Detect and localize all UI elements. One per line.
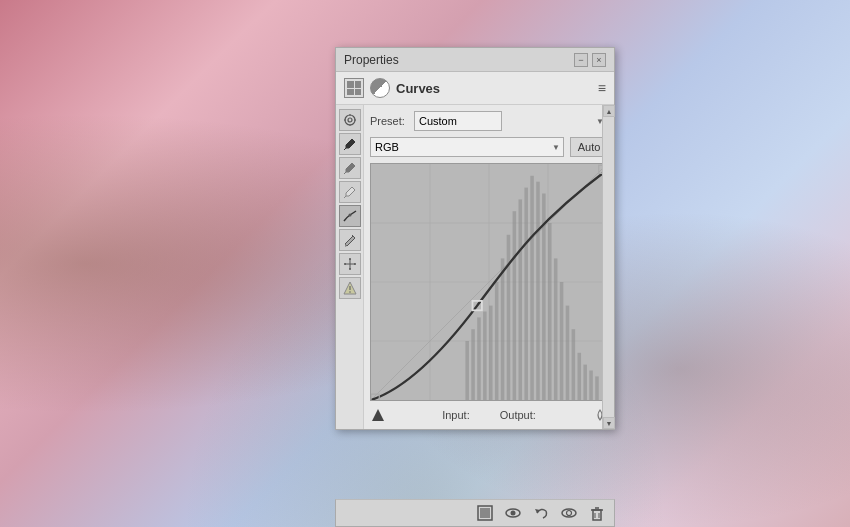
eyedropper-gray-tool[interactable] [339, 157, 361, 179]
visibility-toggle-button[interactable] [502, 503, 524, 523]
grid-cell [347, 81, 354, 88]
svg-marker-53 [372, 409, 384, 421]
below-graph-row: Input: Output: [370, 407, 608, 423]
undo-button[interactable] [530, 503, 552, 523]
svg-rect-34 [530, 176, 534, 400]
minimize-button[interactable]: − [574, 53, 588, 67]
svg-line-6 [344, 148, 346, 150]
preset-label: Preset: [370, 115, 408, 127]
svg-rect-45 [595, 376, 599, 400]
warning-tool[interactable] [339, 277, 361, 299]
svg-rect-42 [578, 353, 582, 400]
svg-rect-38 [554, 258, 558, 400]
svg-rect-61 [593, 510, 601, 520]
pencil-tool[interactable] [339, 229, 361, 251]
svg-rect-28 [495, 282, 499, 400]
input-label: Input: [442, 409, 470, 421]
panel-scrollbar: ▲ ▼ [602, 105, 614, 429]
svg-rect-39 [560, 282, 564, 400]
svg-rect-47 [471, 329, 475, 400]
grid-cell [355, 81, 362, 88]
svg-line-7 [344, 172, 346, 174]
panel-body: Preset: Custom Default Strong Contrast L… [336, 105, 614, 429]
svg-rect-48 [477, 317, 481, 400]
panel-menu-icon[interactable]: ≡ [598, 80, 606, 96]
curve-tool[interactable] [339, 205, 361, 227]
svg-point-0 [345, 115, 355, 125]
reset-points-tool[interactable] [339, 253, 361, 275]
svg-rect-35 [536, 182, 540, 400]
left-toolbar [336, 105, 364, 429]
preset-select-wrapper: Custom Default Strong Contrast Lighter D… [414, 111, 608, 131]
channel-select[interactable]: RGB Red Green Blue [370, 137, 564, 157]
svg-rect-46 [465, 341, 469, 400]
close-button[interactable]: × [592, 53, 606, 67]
grid-icon [344, 78, 364, 98]
svg-point-16 [349, 268, 351, 270]
svg-rect-29 [501, 258, 505, 400]
svg-point-1 [348, 118, 352, 122]
preset-row: Preset: Custom Default Strong Contrast L… [370, 111, 608, 131]
svg-rect-33 [524, 188, 528, 400]
eyedropper-black-tool[interactable] [339, 133, 361, 155]
curves-label: Curves [396, 81, 440, 96]
title-bar-left: Properties [344, 53, 399, 67]
channel-row: RGB Red Green Blue Auto [370, 137, 608, 157]
svg-rect-44 [589, 371, 593, 401]
svg-point-60 [567, 511, 572, 516]
svg-rect-32 [519, 199, 523, 400]
scroll-down-button[interactable]: ▼ [603, 417, 615, 429]
properties-panel: Properties − × Curves ≡ [335, 47, 615, 430]
svg-point-13 [344, 263, 346, 265]
scroll-track[interactable] [603, 117, 614, 417]
delete-button[interactable] [586, 503, 608, 523]
clip-button[interactable] [474, 503, 496, 523]
grid-cell [355, 89, 362, 96]
svg-point-18 [349, 291, 351, 293]
svg-rect-37 [548, 223, 552, 400]
eyedropper-white-tool[interactable] [339, 181, 361, 203]
panel-header: Curves ≡ [336, 72, 614, 105]
svg-point-57 [511, 511, 516, 516]
grid-cell [347, 89, 354, 96]
eye-button[interactable] [558, 503, 580, 523]
svg-rect-43 [583, 365, 587, 400]
black-point-slider[interactable] [370, 407, 386, 423]
svg-rect-55 [480, 508, 490, 518]
channel-select-wrapper: RGB Red Green Blue [370, 137, 564, 157]
curves-svg [371, 164, 607, 400]
title-bar: Properties − × [336, 48, 614, 72]
input-output-labels: Input: Output: [442, 409, 536, 421]
bottom-toolbar [335, 499, 615, 527]
svg-point-9 [348, 214, 351, 217]
scroll-up-button[interactable]: ▲ [603, 105, 615, 117]
curves-graph[interactable] [370, 163, 608, 401]
svg-rect-27 [489, 306, 493, 400]
title-bar-right: − × [574, 53, 606, 67]
svg-rect-31 [513, 211, 517, 400]
main-content: Preset: Custom Default Strong Contrast L… [364, 105, 614, 429]
output-label: Output: [500, 409, 536, 421]
svg-rect-40 [566, 306, 570, 400]
target-adjustment-tool[interactable] [339, 109, 361, 131]
svg-line-8 [344, 196, 346, 198]
preset-select[interactable]: Custom Default Strong Contrast Lighter D… [414, 111, 502, 131]
svg-rect-30 [507, 235, 511, 400]
panel-title: Properties [344, 53, 399, 67]
svg-point-14 [354, 263, 356, 265]
svg-rect-49 [483, 312, 487, 401]
svg-rect-41 [572, 329, 576, 400]
svg-point-15 [349, 258, 351, 260]
adjustment-circle-icon [370, 78, 390, 98]
